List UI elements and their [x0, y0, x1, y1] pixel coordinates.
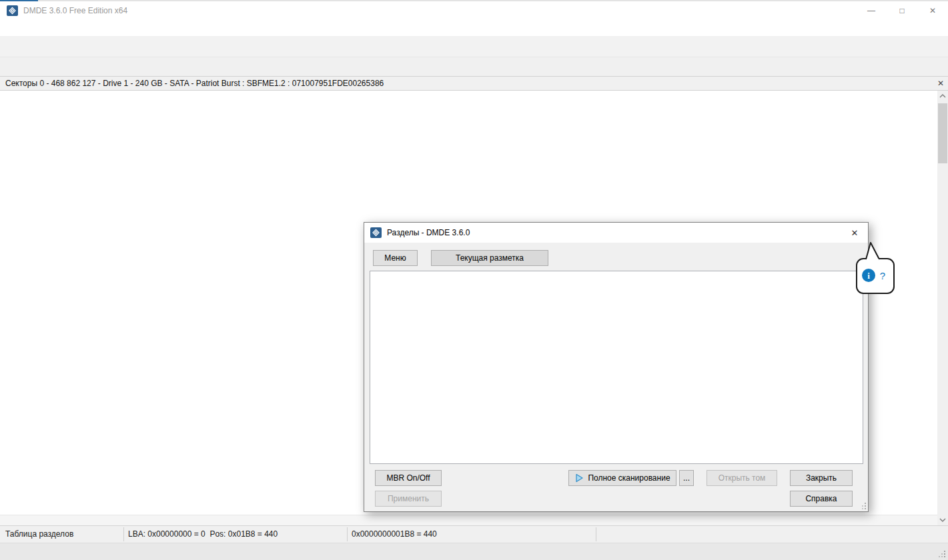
status-section-pos: 0x0000000001B8 = 440 — [352, 529, 437, 539]
window-controls: — □ ✕ — [856, 1, 948, 20]
current-layout-button[interactable]: Текущая разметка — [431, 250, 548, 266]
apply-button[interactable]: Применить — [375, 491, 442, 507]
dialog-resize-grip-icon[interactable] — [859, 503, 866, 509]
window-title: DMDE 3.6.0 Free Edition x64 — [23, 6, 127, 15]
maximize-button[interactable]: □ — [887, 1, 917, 20]
minimize-button[interactable]: — — [856, 1, 887, 20]
help-balloon[interactable]: i ? — [855, 240, 898, 297]
bottom-strip — [0, 543, 948, 560]
mbr-onoff-button[interactable]: MBR On/Off — [375, 470, 442, 486]
dmde-app-icon — [7, 5, 18, 16]
info-glyph: i — [867, 271, 870, 281]
scroll-down-icon[interactable] — [937, 515, 948, 525]
open-volume-button[interactable]: Открыть том — [706, 470, 777, 486]
status-divider — [347, 527, 348, 541]
vertical-scrollbar[interactable] — [937, 91, 948, 525]
dialog-titlebar: Разделы - DMDE 3.6.0 ✕ — [364, 223, 868, 243]
horizontal-scrollbar[interactable] — [0, 515, 937, 525]
sector-close-icon[interactable]: ✕ — [937, 79, 944, 88]
status-divider — [596, 527, 596, 541]
full-scan-button[interactable]: Полное сканирование — [568, 470, 676, 486]
scroll-up-icon[interactable] — [937, 91, 948, 101]
menu-bar — [0, 20, 948, 36]
partitions-dialog: Разделы - DMDE 3.6.0 ✕ Меню Текущая разм… — [364, 222, 869, 512]
tab-bar — [0, 57, 948, 76]
dialog-title: Разделы - DMDE 3.6.0 — [387, 228, 470, 237]
status-section-lba: LBA: 0x00000000 = 0 Pos: 0x01B8 = 440 — [128, 529, 278, 539]
status-section-view: Таблица разделов — [5, 529, 73, 539]
scrollbar-thumb[interactable] — [938, 103, 947, 163]
toolbar — [0, 36, 948, 57]
partitions-table — [370, 271, 863, 464]
full-scan-label: Полное сканирование — [588, 473, 670, 483]
dmde-dialog-icon — [370, 227, 382, 238]
close-dialog-button[interactable]: Закрыть — [790, 470, 853, 486]
resize-grip-icon[interactable] — [937, 549, 945, 557]
scan-play-icon — [574, 473, 584, 483]
close-button[interactable]: ✕ — [917, 1, 948, 20]
help-button[interactable]: Справка — [790, 491, 853, 507]
sector-header-bar: Секторы 0 - 468 862 127 - Drive 1 - 240 … — [0, 76, 948, 91]
sector-header-text: Секторы 0 - 468 862 127 - Drive 1 - 240 … — [5, 79, 384, 88]
menu-button[interactable]: Меню — [373, 250, 418, 266]
scan-options-button[interactable]: ... — [679, 470, 694, 486]
status-divider — [123, 527, 124, 541]
help-question-mark: ? — [880, 270, 885, 281]
status-bar: Таблица разделов LBA: 0x00000000 = 0 Pos… — [0, 525, 948, 543]
titlebar: DMDE 3.6.0 Free Edition x64 — □ ✕ — [0, 1, 948, 20]
